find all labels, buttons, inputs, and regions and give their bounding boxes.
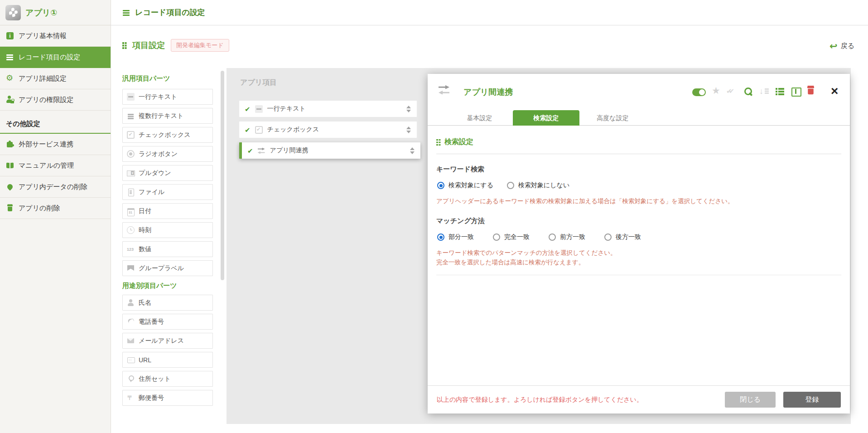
part-item-group-label[interactable]: グループラベル xyxy=(122,260,213,276)
part-item-label: ファイル xyxy=(139,188,164,196)
section-divider xyxy=(436,275,841,275)
part-item-label: 数値 xyxy=(139,245,151,253)
part-item-label: グループラベル xyxy=(139,264,184,272)
part-item-label: 住所セット xyxy=(139,375,171,383)
field-settings-modal: アプリ間連携 基本設定 検索設定 xyxy=(428,74,850,414)
parts-scrollbar[interactable] xyxy=(221,71,224,280)
part-item-number[interactable]: 数値 xyxy=(122,241,213,257)
sidebar-item-delete-app-data[interactable]: アプリ内データの削除 xyxy=(0,176,111,198)
sidebar-item-delete-app[interactable]: アプリの削除 xyxy=(0,198,111,219)
sidebar: アプリ① アプリ基本情報 レコード項目の設定 アプリ詳細設定 アプリの権限設定 … xyxy=(0,0,111,433)
part-item-date[interactable]: 日付 xyxy=(122,203,213,219)
sidebar-item-manual-management[interactable]: マニュアルの管理 xyxy=(0,155,111,176)
radio-icon xyxy=(604,234,612,241)
close-icon[interactable] xyxy=(830,87,840,97)
radio-option-label: 部分一致 xyxy=(448,233,474,241)
part-item-label: 一行テキスト xyxy=(139,93,177,101)
toggle-on-icon[interactable] xyxy=(692,88,706,96)
star-icon[interactable] xyxy=(712,87,722,97)
back-button-label: 戻る xyxy=(841,42,854,50)
book-icon xyxy=(6,161,14,170)
field-row-single-line-text[interactable]: ✔ 一行テキスト xyxy=(239,101,417,117)
check-icon: ✔ xyxy=(245,126,251,133)
puzzle-icon xyxy=(6,140,14,148)
matching-note-line: キーワード検索でのパターンマッチの方法を選択してください。 xyxy=(436,248,841,258)
sort-handle-icon[interactable] xyxy=(406,106,411,112)
phone-icon xyxy=(127,318,135,326)
part-item-multi-line-text[interactable]: 複数行テキスト xyxy=(122,108,213,124)
submit-button[interactable]: 登録 xyxy=(783,392,841,408)
part-item-label: 電話番号 xyxy=(139,318,164,326)
part-item-address-set[interactable]: 住所セット xyxy=(122,371,213,387)
app-fields-heading: アプリ項目 xyxy=(240,78,277,88)
checkbox-icon xyxy=(127,131,135,139)
list-icon[interactable] xyxy=(775,87,785,97)
sidebar-item-app-permissions[interactable]: アプリの権限設定 xyxy=(0,89,111,111)
radio-option-search-target-off[interactable]: 検索対象にしない xyxy=(507,181,569,190)
part-item-email-address[interactable]: メールアドレス xyxy=(122,333,213,349)
transfer-arrows-icon xyxy=(439,84,450,96)
double-check-icon[interactable] xyxy=(728,87,738,97)
columns-icon[interactable] xyxy=(791,87,801,97)
radio-option-prefix-match[interactable]: 前方一致 xyxy=(549,233,585,241)
radio-option-search-target-on[interactable]: 検索対象にする xyxy=(437,181,493,190)
radio-selected-icon xyxy=(437,182,444,189)
sort-handle-icon[interactable] xyxy=(406,126,411,133)
matching-method-label: マッチング方法 xyxy=(436,217,841,225)
info-icon xyxy=(6,32,14,39)
back-button[interactable]: ↩ 戻る xyxy=(829,42,854,50)
tab-search-settings[interactable]: 検索設定 xyxy=(513,110,579,126)
field-row-app-integration[interactable]: ✔ アプリ間連携 xyxy=(239,142,420,159)
search-icon[interactable] xyxy=(743,87,753,97)
tab-advanced-settings[interactable]: 高度な設定 xyxy=(579,110,646,126)
close-button[interactable]: 閉じる xyxy=(725,392,776,408)
app-fields-list: ✔ 一行テキスト ✔ チェックボックス ✔ アプリ間連携 xyxy=(239,101,420,163)
checkbox-icon xyxy=(255,126,263,134)
keyword-search-label: キーワード検索 xyxy=(436,165,841,174)
part-item-url[interactable]: URL xyxy=(122,352,213,368)
radio-option-suffix-match[interactable]: 後方一致 xyxy=(604,233,641,241)
part-item-phone-number[interactable]: 電話番号 xyxy=(122,314,213,330)
mail-icon xyxy=(127,337,135,345)
part-item-file[interactable]: ファイル xyxy=(122,184,213,200)
part-item-name[interactable]: 氏名 xyxy=(122,295,213,311)
sidebar-other-section: その他設定 外部サービス連携 マニュアルの管理 アプリ内データの削除 アプリの削… xyxy=(0,120,111,219)
sidebar-item-label: アプリ内データの削除 xyxy=(19,183,87,191)
trash-icon xyxy=(6,204,14,212)
part-item-label: プルダウン xyxy=(139,169,171,177)
sort-handle-icon[interactable] xyxy=(410,147,415,154)
field-row-label: アプリ間連携 xyxy=(270,146,405,155)
topbar-title: レコード項目の設定 xyxy=(135,7,205,18)
sidebar-item-external-services[interactable]: 外部サービス連携 xyxy=(0,134,111,155)
check-icon: ✔ xyxy=(245,106,251,112)
sidebar-item-label: 外部サービス連携 xyxy=(19,140,73,149)
field-row-label: 一行テキスト xyxy=(267,105,402,113)
tab-basic-settings[interactable]: 基本設定 xyxy=(446,110,513,126)
field-row-checkbox[interactable]: ✔ チェックボックス xyxy=(239,122,417,138)
person-icon xyxy=(127,299,135,307)
radio-option-partial-match[interactable]: 部分一致 xyxy=(437,233,474,241)
radio-option-exact-match[interactable]: 完全一致 xyxy=(493,233,530,241)
part-item-label: 氏名 xyxy=(139,299,151,307)
part-item-dropdown[interactable]: プルダウン xyxy=(122,165,213,181)
sort-desc-icon[interactable] xyxy=(759,87,769,97)
grid-icon xyxy=(122,42,126,49)
part-item-time[interactable]: 時刻 xyxy=(122,222,213,238)
number-icon xyxy=(127,245,135,253)
sidebar-item-record-fields[interactable]: レコード項目の設定 xyxy=(0,47,111,68)
radio-icon xyxy=(493,234,500,241)
part-item-postal-code[interactable]: 郵便番号 xyxy=(122,390,213,406)
field-row-label: チェックボックス xyxy=(267,126,402,134)
part-item-radio-button[interactable]: ラジオボタン xyxy=(122,146,213,162)
radio-icon xyxy=(549,234,556,241)
part-item-checkbox[interactable]: チェックボックス xyxy=(122,127,213,143)
modal-toolbar xyxy=(692,87,840,97)
modal-footer: 以上の内容で登録します。よろしければ登録ボタンを押してください。 閉じる 登録 xyxy=(428,385,850,414)
sidebar-item-app-basic-info[interactable]: アプリ基本情報 xyxy=(0,25,111,47)
trash-icon[interactable] xyxy=(805,85,818,98)
back-arrow-icon: ↩ xyxy=(829,42,838,50)
radio-icon xyxy=(507,182,514,189)
part-item-single-line-text[interactable]: 一行テキスト xyxy=(122,89,213,105)
part-item-label: URL xyxy=(139,356,151,364)
sidebar-item-app-detail-settings[interactable]: アプリ詳細設定 xyxy=(0,68,111,89)
